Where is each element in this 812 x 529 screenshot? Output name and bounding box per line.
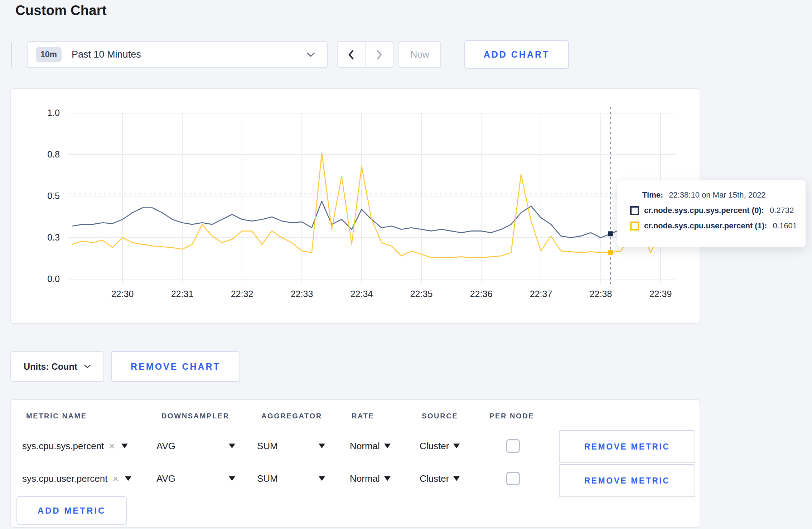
per-node-checkbox[interactable] <box>506 472 520 485</box>
tooltip-series-name: cr.node.sys.cpu.user.percent (1): <box>644 221 767 230</box>
caret-down-icon <box>125 476 131 481</box>
col-header-rate: RATE <box>352 412 374 420</box>
source-value: Cluster <box>420 473 449 484</box>
tooltip-series-value: 0.1601 <box>773 221 797 230</box>
svg-text:22:38: 22:38 <box>590 289 612 299</box>
series-swatch-sys <box>630 206 639 215</box>
svg-text:22:39: 22:39 <box>649 289 672 299</box>
svg-text:0.8: 0.8 <box>47 149 60 159</box>
col-header-per-node: PER NODE <box>489 412 534 420</box>
caret-down-icon <box>384 444 391 448</box>
per-node-checkbox[interactable] <box>506 439 520 453</box>
caret-down-icon <box>319 476 325 481</box>
next-window-button[interactable] <box>366 42 393 67</box>
rate-select[interactable]: Normal <box>350 441 391 452</box>
remove-chart-button[interactable]: REMOVE CHART <box>111 351 240 382</box>
aggregator-select[interactable]: SUM <box>257 473 325 484</box>
metric-name-value: sys.cpu.user.percent <box>22 473 107 484</box>
tooltip-series-name: cr.node.sys.cpu.sys.percent (0): <box>644 206 764 215</box>
caret-down-icon <box>229 444 235 448</box>
svg-text:22:34: 22:34 <box>351 289 373 299</box>
rate-value: Normal <box>350 473 380 484</box>
previous-window-button[interactable] <box>338 42 366 67</box>
chevron-down-icon <box>306 52 315 57</box>
rate-select[interactable]: Normal <box>350 473 391 484</box>
chevron-down-icon <box>84 364 91 369</box>
units-dropdown[interactable]: Units: Count <box>10 351 104 382</box>
tooltip-series-value: 0.2732 <box>770 206 794 215</box>
time-window-pager <box>337 41 393 68</box>
svg-text:22:35: 22:35 <box>410 289 433 299</box>
page-title: Custom Chart <box>15 3 107 18</box>
chevron-left-icon <box>348 49 354 60</box>
tooltip-time-label: Time: <box>642 190 663 200</box>
downsampler-select[interactable]: AVG <box>156 473 235 484</box>
svg-text:22:30: 22:30 <box>111 289 134 299</box>
downsampler-value: AVG <box>156 473 175 484</box>
col-header-aggregator: AGGREGATOR <box>261 412 322 420</box>
remove-metric-button[interactable]: REMOVE METRIC <box>559 430 695 463</box>
aggregator-value: SUM <box>257 441 278 452</box>
source-select[interactable]: Cluster <box>420 441 460 452</box>
svg-text:22:36: 22:36 <box>470 289 493 299</box>
caret-down-icon <box>453 444 460 448</box>
units-label: Units: Count <box>24 361 77 372</box>
time-range-badge: 10m <box>36 47 62 62</box>
time-range-label: Past 10 Minutes <box>72 49 141 60</box>
now-button[interactable]: Now <box>398 41 441 68</box>
caret-down-icon <box>319 444 325 448</box>
cpu-usage-chart[interactable]: 0.00.30.50.81.022:3022:3122:3222:3322:34… <box>11 89 701 323</box>
caret-down-icon <box>121 444 128 448</box>
svg-text:22:32: 22:32 <box>231 289 253 299</box>
metric-name-select[interactable]: sys.cpu.user.percent × <box>22 473 131 484</box>
svg-text:22:31: 22:31 <box>171 289 194 299</box>
series-swatch-user <box>630 222 639 230</box>
close-icon[interactable]: × <box>109 441 115 451</box>
caret-down-icon <box>384 476 391 481</box>
downsampler-value: AVG <box>156 441 175 452</box>
close-icon[interactable]: × <box>112 474 118 484</box>
metric-name-select[interactable]: sys.cpu.sys.percent × <box>22 441 128 452</box>
aggregator-select[interactable]: SUM <box>257 441 325 452</box>
chart-card: 0.00.30.50.81.022:3022:3122:3222:3322:34… <box>10 88 700 324</box>
remove-metric-button[interactable]: REMOVE METRIC <box>559 464 695 497</box>
svg-text:1.0: 1.0 <box>47 108 60 118</box>
add-chart-button[interactable]: ADD CHART <box>464 40 569 69</box>
time-range-picker[interactable]: 10m Past 10 Minutes <box>27 41 328 68</box>
rate-value: Normal <box>350 441 380 452</box>
svg-text:22:33: 22:33 <box>291 289 313 299</box>
col-header-downsampler: DOWNSAMPLER <box>161 412 229 420</box>
svg-text:0.5: 0.5 <box>47 191 60 201</box>
aggregator-value: SUM <box>257 473 278 484</box>
downsampler-select[interactable]: AVG <box>156 441 235 452</box>
source-select[interactable]: Cluster <box>420 473 460 484</box>
toolbar-left-divider <box>11 43 12 67</box>
tooltip-time-value: 22:38:10 on Mar 15th, 2022 <box>669 190 765 200</box>
source-value: Cluster <box>420 441 449 452</box>
caret-down-icon <box>453 476 460 481</box>
svg-text:0.0: 0.0 <box>47 274 60 284</box>
caret-down-icon <box>229 476 235 481</box>
col-header-metric-name: METRIC NAME <box>26 412 87 420</box>
add-metric-button[interactable]: ADD METRIC <box>16 496 127 525</box>
chevron-right-icon <box>376 49 382 60</box>
col-header-source: SOURCE <box>422 412 458 420</box>
metric-name-value: sys.cpu.sys.percent <box>22 441 104 452</box>
svg-text:22:37: 22:37 <box>530 289 552 299</box>
chart-tooltip: Time: 22:38:10 on Mar 15th, 2022 cr.node… <box>617 180 806 247</box>
svg-text:0.3: 0.3 <box>47 232 60 242</box>
